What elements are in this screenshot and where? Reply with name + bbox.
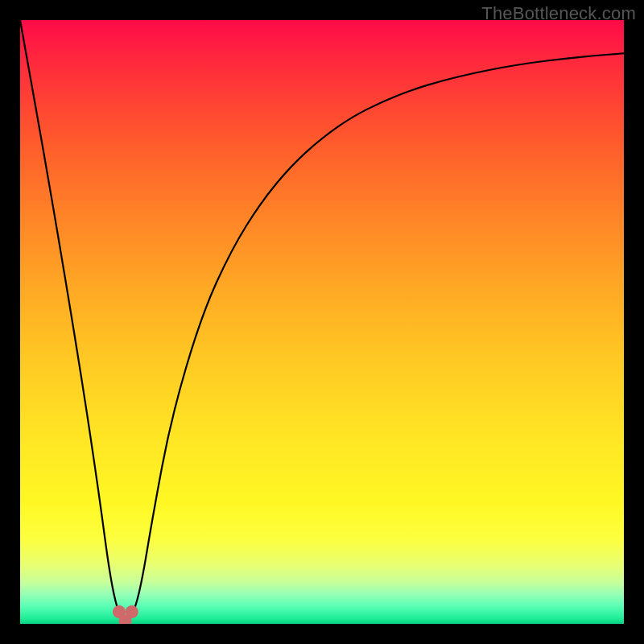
chart-frame: TheBottleneck.com — [0, 0, 644, 644]
heat-gradient-background — [20, 20, 624, 624]
plot-area — [20, 20, 624, 624]
watermark-text: TheBottleneck.com — [481, 3, 636, 24]
